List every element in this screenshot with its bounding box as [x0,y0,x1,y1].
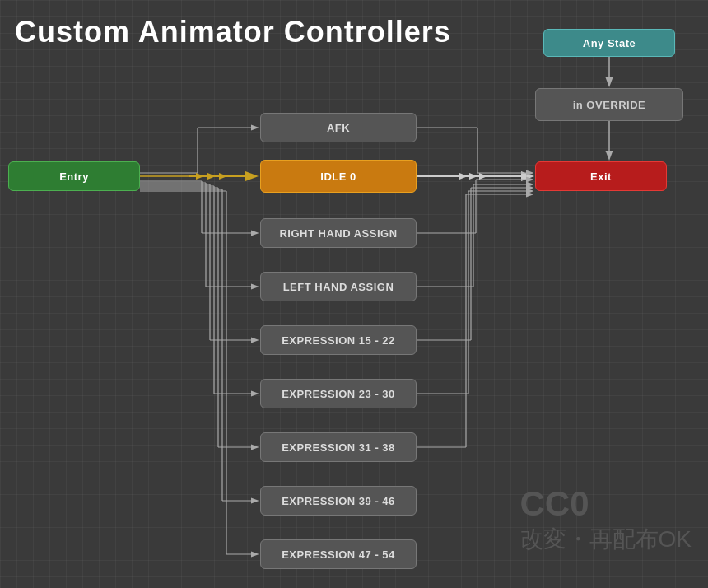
svg-marker-49 [207,173,216,180]
svg-marker-51 [459,173,468,180]
node-in-override[interactable]: in OVERRIDE [535,88,683,121]
node-right-hand-assign[interactable]: RIGHT HAND ASSIGN [260,218,417,248]
svg-marker-50 [219,173,227,180]
node-expression-15-22[interactable]: EXPRESSION 15 - 22 [260,325,417,355]
cc0-line1: CC0 [520,484,692,524]
cc0-line2: 改変・再配布OK [520,524,692,555]
node-expression-39-46[interactable]: EXPRESSION 39 - 46 [260,486,417,516]
page-title: Custom Animator Controllers [15,15,451,49]
cc0-text: CC0 改変・再配布OK [520,484,692,555]
node-left-hand-assign[interactable]: LEFT HAND ASSIGN [260,272,417,301]
node-exit[interactable]: Exit [535,161,667,191]
node-any-state[interactable]: Any State [543,29,675,57]
node-expression-47-54[interactable]: EXPRESSION 47 - 54 [260,539,417,569]
svg-marker-53 [479,173,487,180]
node-entry[interactable]: Entry [8,161,140,191]
node-expression-31-38[interactable]: EXPRESSION 31 - 38 [260,432,417,462]
svg-marker-52 [469,173,477,180]
node-afk[interactable]: AFK [260,113,417,142]
node-expression-23-30[interactable]: EXPRESSION 23 - 30 [260,379,417,408]
node-idle0[interactable]: IDLE 0 [260,160,417,193]
svg-marker-48 [196,173,204,180]
